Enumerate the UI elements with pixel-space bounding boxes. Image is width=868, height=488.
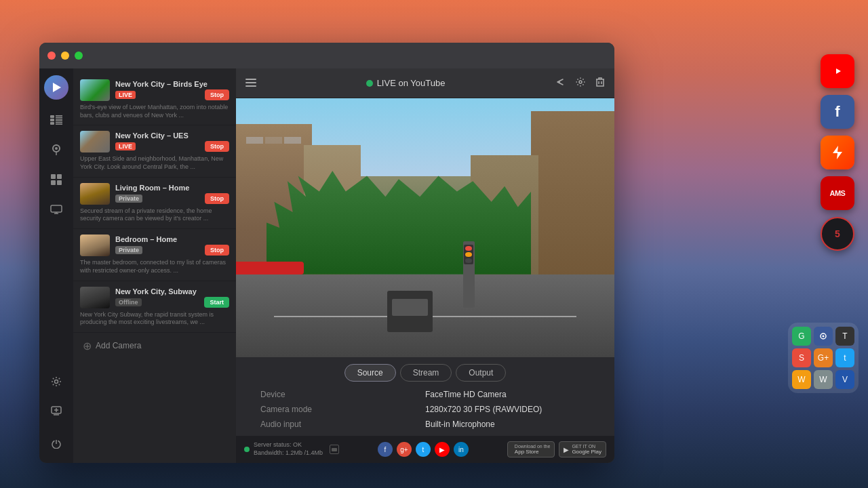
camera-name-living-room: Living Room – Home (115, 184, 229, 192)
camera-name-subway: New York City, Subway (115, 287, 229, 296)
camera-name-nyc-birds: New York City – Birds Eye (115, 80, 229, 88)
social-twitter[interactable]: t (416, 442, 431, 457)
sidebar-item-library[interactable] (44, 108, 68, 132)
app-store-badge[interactable]: Download on the App Store (507, 441, 555, 458)
top-bar-actions (555, 77, 605, 90)
add-camera-button[interactable]: ⊕ Add Camera (73, 333, 236, 359)
app-logo[interactable] (44, 75, 68, 100)
camera-name-nyc-ues: New York City – UES (115, 131, 229, 140)
sidebar-item-addon[interactable] (44, 399, 68, 424)
svg-rect-3 (56, 117, 62, 119)
svg-rect-15 (57, 180, 62, 185)
camera-list: New York City – Birds Eye LIVE Stop Bird… (73, 68, 236, 463)
sidebar (39, 68, 73, 463)
tab-stream[interactable]: Stream (400, 364, 452, 382)
stop-button-living-room[interactable]: Stop (205, 193, 229, 204)
bottom-panel: Source Stream Output Device FaceTime HD … (236, 357, 614, 436)
svg-marker-24 (833, 146, 842, 159)
sidebar-item-power[interactable] (44, 432, 68, 456)
server-status: Server status: OK Bandwidth: 1.2Mb /1.4M… (244, 441, 339, 457)
mini-icon-8[interactable]: W (814, 370, 833, 389)
camera-item-nyc-birds[interactable]: New York City – Birds Eye LIVE Stop Bird… (73, 74, 236, 125)
server-status-text: Server status: OK (254, 441, 323, 449)
mini-icon-7[interactable]: W (792, 370, 811, 389)
source-info-grid: Device FaceTime HD Camera Camera mode 12… (247, 390, 604, 429)
share-icon[interactable] (555, 77, 566, 90)
tab-output[interactable]: Output (456, 364, 506, 382)
dock-ams[interactable]: AMS (821, 176, 854, 210)
svg-rect-7 (50, 122, 54, 125)
svg-rect-12 (51, 174, 56, 179)
sidebar-item-location[interactable] (44, 138, 68, 162)
sidebar-item-settings[interactable] (44, 369, 68, 394)
minimize-button[interactable] (61, 52, 69, 60)
dock-facebook[interactable]: f (821, 95, 854, 129)
mini-icon-9[interactable]: V (835, 370, 854, 389)
camera-name-bedroom: Bedroom – Home (115, 235, 229, 243)
audio-input-value: Built-in Microphone (425, 420, 590, 429)
camera-item-bedroom[interactable]: Bedroom – Home Private Stop The master b… (73, 229, 236, 281)
camera-mode-label: Camera mode (260, 405, 425, 414)
camera-thumb-nyc-birds (80, 79, 110, 101)
svg-marker-0 (53, 83, 61, 92)
audio-input-label: Audio input (260, 420, 425, 429)
svg-rect-9 (56, 124, 62, 125)
tab-source[interactable]: Source (344, 364, 396, 382)
mini-icon-2[interactable] (814, 327, 833, 346)
dock-lightning[interactable] (821, 136, 854, 169)
status-badge-nyc-ues: LIVE (115, 142, 136, 150)
car (387, 291, 433, 332)
camera-item-living-room[interactable]: Living Room – Home Private Stop Secured … (73, 178, 236, 229)
social-linkedin[interactable]: in (454, 442, 469, 457)
camera-desc-subway: New York City Subway, the rapid transit … (80, 311, 229, 327)
close-button[interactable] (47, 52, 56, 60)
maximize-button[interactable] (75, 52, 83, 60)
start-button-subway[interactable]: Start (204, 297, 229, 308)
camera-thumb-living-room (80, 183, 110, 205)
right-dock: f AMS 5 (821, 54, 854, 251)
social-googleplus[interactable]: g+ (397, 442, 412, 457)
camera-item-nyc-ues[interactable]: New York City – UES LIVE Stop Upper East… (73, 125, 236, 177)
stop-button-bedroom[interactable]: Stop (205, 245, 229, 256)
sidebar-item-monitor[interactable] (44, 197, 68, 222)
mini-icon-5[interactable]: G+ (814, 348, 833, 367)
social-facebook[interactable]: f (378, 442, 393, 457)
dock-youtube[interactable] (821, 54, 854, 88)
top-bar: LIVE on YouTube (236, 68, 614, 98)
sidebar-item-grid[interactable] (44, 167, 68, 192)
svg-rect-1 (50, 115, 54, 118)
live-indicator: LIVE on YouTube (366, 78, 446, 88)
app-window: New York City – Birds Eye LIVE Stop Bird… (39, 43, 614, 463)
mini-icon-3[interactable]: T (835, 327, 854, 346)
camera-thumb-subway (80, 287, 110, 308)
google-play-badge[interactable]: ▶ GET IT ON Google Play (559, 441, 606, 458)
status-badge-living-room: Private (115, 195, 142, 203)
svg-point-22 (579, 81, 582, 83)
camera-mode-value: 868x488 30 FPS (RAWVIDEO) (425, 405, 590, 414)
stop-button-nyc-ues[interactable]: Stop (205, 141, 229, 152)
live-dot (366, 80, 373, 87)
video-preview (236, 98, 614, 357)
social-youtube[interactable]: ▶ (435, 442, 450, 457)
traffic-light (463, 241, 475, 308)
camera-item-subway[interactable]: New York City, Subway Offline Start New … (73, 281, 236, 333)
dock-s5[interactable]: 5 (821, 217, 854, 251)
settings-icon[interactable] (575, 77, 586, 90)
mini-icon-1[interactable]: G (792, 327, 811, 346)
server-status-dot (244, 447, 250, 452)
mini-icon-4[interactable]: S (792, 348, 811, 367)
menu-icon[interactable] (245, 77, 256, 89)
svg-rect-19 (245, 79, 256, 80)
google-play-top-text: GET IT ON (572, 444, 601, 449)
title-bar (39, 43, 614, 68)
trash-icon[interactable] (595, 77, 605, 90)
camera-desc-living-room: Secured stream of a private residence, t… (80, 207, 229, 223)
add-camera-icon: ⊕ (83, 340, 92, 352)
stop-button-nyc-birds[interactable]: Stop (205, 89, 229, 100)
svg-rect-14 (51, 180, 56, 185)
footer: Server status: OK Bandwidth: 1.2Mb /1.4M… (236, 436, 614, 463)
svg-point-11 (55, 147, 58, 150)
mini-icon-6[interactable]: t (835, 348, 854, 367)
awning (236, 262, 304, 274)
camera-thumb-nyc-ues (80, 131, 110, 152)
